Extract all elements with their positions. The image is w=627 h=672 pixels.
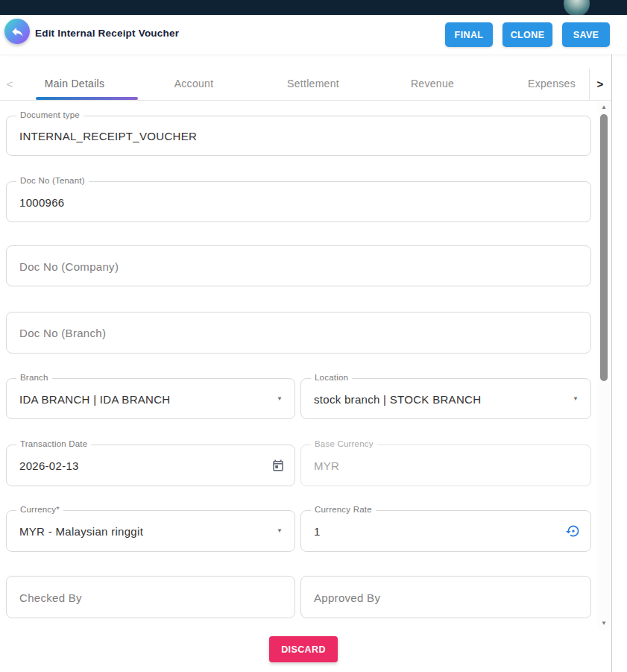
- app-window: Edit Internal Receipt Voucher FINAL CLON…: [0, 0, 627, 672]
- currency-select[interactable]: Currency* MYR - Malaysian ringgit ▼: [6, 510, 295, 552]
- back-button[interactable]: [4, 19, 30, 44]
- tab-settlement[interactable]: Settlement: [253, 68, 373, 100]
- top-navigation-bar: [0, 0, 627, 15]
- restore-rate-icon[interactable]: [566, 524, 581, 538]
- clone-button[interactable]: CLONE: [502, 22, 552, 47]
- content-card-right-border: [611, 15, 612, 672]
- tab-expenses[interactable]: Expenses: [492, 68, 587, 100]
- tab-account[interactable]: Account: [134, 68, 253, 100]
- chevron-left-icon: <: [7, 78, 13, 90]
- field-placeholder: Checked By: [19, 591, 82, 603]
- field-value: 2026-02-13: [19, 459, 79, 472]
- approved-by-field[interactable]: Approved By: [300, 576, 591, 618]
- field-value: stock branch | STOCK BRANCH: [314, 392, 481, 405]
- scroll-down-button[interactable]: ▼: [598, 619, 610, 628]
- calendar-icon[interactable]: [271, 459, 285, 472]
- reply-arrow-icon: [10, 25, 25, 39]
- discard-button[interactable]: DISCARD: [269, 636, 338, 662]
- tab-bar: Main Details Account Settlement Revenue …: [15, 68, 587, 100]
- save-button[interactable]: SAVE: [562, 22, 610, 47]
- field-placeholder: Approved By: [314, 591, 380, 603]
- field-label: Transaction Date: [16, 439, 91, 448]
- base-currency-field: Base Currency MYR: [300, 445, 591, 486]
- field-label: Base Currency: [311, 439, 377, 448]
- tab-scroll-next-button[interactable]: >: [590, 68, 610, 100]
- transaction-date-field[interactable]: Transaction Date 2026-02-13: [6, 445, 295, 486]
- field-label: Currency*: [16, 505, 63, 514]
- field-value: MYR: [314, 459, 339, 472]
- document-type-field[interactable]: Document type INTERNAL_RECEIPT_VOUCHER: [6, 116, 591, 156]
- location-select[interactable]: Location stock branch | STOCK BRANCH ▼: [300, 378, 591, 419]
- field-label: Branch: [16, 373, 52, 382]
- dropdown-arrow-icon[interactable]: ▼: [573, 395, 579, 402]
- scrollbar-thumb[interactable]: [600, 114, 608, 381]
- field-label: Doc No (Tenant): [16, 176, 89, 185]
- chevron-right-icon: >: [597, 78, 604, 90]
- page-header: Edit Internal Receipt Voucher FINAL CLON…: [0, 15, 627, 54]
- page-title: Edit Internal Receipt Voucher: [35, 28, 179, 39]
- field-placeholder: Doc No (Company): [19, 260, 119, 272]
- checked-by-field[interactable]: Checked By: [6, 576, 295, 618]
- scroll-up-button[interactable]: ▲: [598, 103, 610, 112]
- field-label: Location: [311, 373, 352, 382]
- tab-bar-divider: [0, 100, 611, 101]
- field-value: 1: [314, 525, 321, 538]
- dropdown-arrow-icon[interactable]: ▼: [277, 527, 283, 534]
- currency-rate-field[interactable]: Currency Rate 1: [300, 510, 591, 552]
- tab-paginator-divider: [589, 69, 590, 100]
- field-label: Currency Rate: [311, 505, 376, 514]
- tab-main-details[interactable]: Main Details: [15, 68, 134, 100]
- field-label: Document type: [16, 110, 84, 119]
- dropdown-arrow-icon[interactable]: ▼: [277, 395, 283, 402]
- active-tab-indicator: [36, 97, 138, 100]
- field-value: IDA BRANCH | IDA BRANCH: [19, 392, 171, 405]
- doc-no-branch-field[interactable]: Doc No (Branch): [6, 312, 591, 354]
- field-value: MYR - Malaysian ringgit: [19, 525, 143, 538]
- branch-select[interactable]: Branch IDA BRANCH | IDA BRANCH ▼: [6, 378, 295, 419]
- doc-no-company-field[interactable]: Doc No (Company): [6, 245, 591, 286]
- field-value: INTERNAL_RECEIPT_VOUCHER: [19, 130, 197, 142]
- doc-no-tenant-field[interactable]: Doc No (Tenant) 1000966: [6, 181, 591, 222]
- field-placeholder: Doc No (Branch): [19, 327, 106, 339]
- final-button[interactable]: FINAL: [445, 22, 493, 47]
- tab-revenue[interactable]: Revenue: [373, 68, 492, 100]
- field-value: 1000966: [19, 195, 65, 208]
